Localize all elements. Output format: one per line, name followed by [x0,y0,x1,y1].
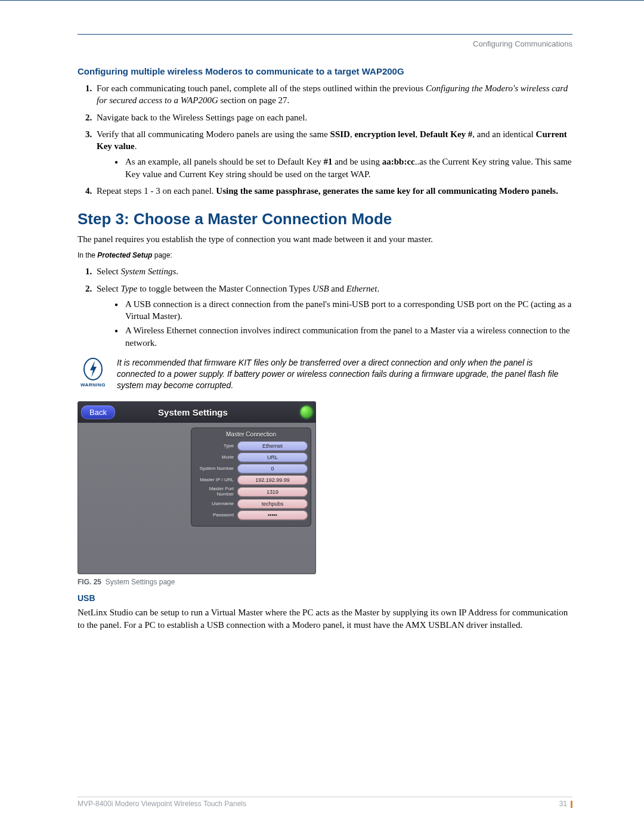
footer-doc-title: MVP-8400i Modero Viewpoint Wireless Touc… [78,800,246,808]
section-title-wap200g: Configuring multiple wireless Moderos to… [78,66,572,76]
bold: aa:bb:cc [382,157,415,166]
page-number: 31 [559,800,567,808]
text: For each communicating touch panel, comp… [97,83,426,93]
step3-heading: Step 3: Choose a Master Connection Mode [78,210,572,228]
text: . [176,267,178,276]
sysnum-label: System Number [194,466,234,472]
text: Select [97,284,120,293]
text: , and an identical [472,129,535,139]
warning-text: It is recommended that firmware KIT file… [117,357,572,391]
step3-steps: Select System Settings. Select Type to t… [83,265,572,349]
footer-rule [78,797,572,797]
figure-caption: FIG. 25 System Settings page [78,578,572,586]
text: section on page 27. [218,95,290,105]
bold: encryption level [354,129,415,139]
text: Verify that all communicating Modero pan… [97,129,330,139]
step-3: Verify that all communicating Modero pan… [94,128,572,180]
step-4: Repeat steps 1 - 3 on each panel. Using … [94,185,572,197]
mode-field[interactable]: URL [237,453,308,462]
status-indicator-icon[interactable] [301,406,312,418]
bold: SSID [330,129,350,139]
text: As an example, all panels should be set … [125,157,323,166]
header-section: Configuring Communications [78,39,572,48]
step-1: For each communicating touch panel, comp… [94,82,572,107]
system-settings-screen: Back System Settings Master Connection T… [78,401,316,574]
warning-icon: WARNING [78,357,109,388]
pass-label: Password [194,513,234,518]
text: Select [97,267,120,276]
usb-paragraph: NetLinx Studio can be setup to run a Vir… [78,606,572,631]
type-label: Type [194,444,234,449]
master-connection-panel: Master Connection TypeEthernet ModeURL S… [191,428,311,527]
step3-intro: The panel requires you establish the typ… [78,233,572,245]
user-field[interactable]: techpubs [237,499,308,509]
usb-heading: USB [78,593,572,603]
port-label: Master Port Number [194,487,234,497]
step-2: Navigate back to the Wireless Settings p… [94,112,572,123]
bold: Using the same passphrase, generates the… [216,186,558,196]
ethernet-bullet: A Wireless Ethernet connection involves … [114,324,572,349]
text: to toggle between the Master Connection … [137,284,312,293]
header-rule [78,34,572,35]
text: Repeat steps 1 - 3 on each panel. [97,186,216,196]
text: . [135,141,137,151]
text: , [416,129,420,139]
step-3-example: As an example, all panels should be set … [114,156,572,180]
mode-label: Mode [194,455,234,460]
user-label: Username [194,501,234,507]
italic-bold: Protected Setup [97,251,152,259]
type-field[interactable]: Ethernet [237,441,308,451]
usb-bullet: A USB connection is a direct connection … [114,298,572,323]
text: In the [78,251,97,259]
step3-1: Select System Settings. [94,265,572,277]
text: and be using [332,157,382,166]
bold: Default Key # [420,129,472,139]
bold: #1 [323,157,332,166]
system-settings-figure: Back System Settings Master Connection T… [78,401,316,574]
ip-label: Master IP / URL [194,478,234,483]
port-field[interactable]: 1319 [237,487,308,497]
screen-title: System Settings [92,407,293,417]
protected-setup-note: In the Protected Setup page: [78,251,572,259]
text: and [329,284,346,293]
page-accent-bar [571,801,572,808]
warning-label: WARNING [78,382,109,388]
panel-title: Master Connection [194,431,308,438]
ip-field[interactable]: 192.192.99.99 [237,475,308,485]
text: page: [152,251,172,259]
step3-2: Select Type to toggle between the Master… [94,283,572,349]
page-footer: MVP-8400i Modero Viewpoint Wireless Touc… [78,800,572,808]
wap200g-steps: For each communicating touch panel, comp… [83,82,572,197]
pass-field[interactable]: ••••• [237,510,308,520]
warning-block: WARNING It is recommended that firmware … [78,357,572,391]
italic: System Settings [120,267,176,276]
text: . [377,284,379,293]
figure-number: FIG. 25 [78,578,101,586]
italic: Type [120,284,137,293]
figure-text: System Settings page [106,578,175,586]
italic: USB [312,284,329,293]
sysnum-field[interactable]: 0 [237,464,308,473]
italic: Ethernet [346,284,377,293]
